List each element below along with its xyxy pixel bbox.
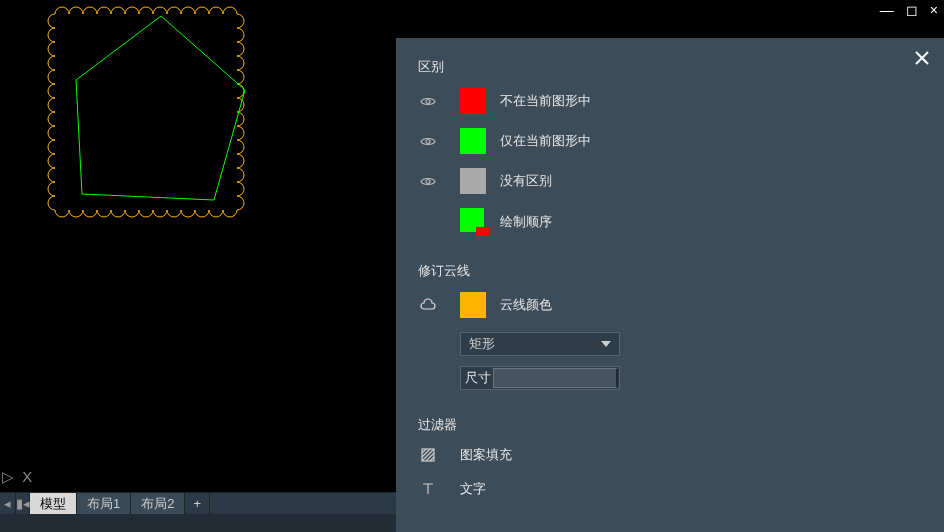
size-prefix-label: 尺寸	[461, 369, 493, 387]
layout-first-button[interactable]: ▮◂	[16, 493, 30, 515]
tab-model[interactable]: 模型	[30, 493, 77, 515]
maximize-button[interactable]: ◻	[902, 2, 922, 18]
hatch-icon	[418, 447, 438, 463]
eye-icon	[420, 176, 436, 187]
cloud-shape-dropdown[interactable]: 矩形	[460, 332, 620, 356]
label-no-difference: 没有区别	[500, 172, 552, 190]
label-only-in-current: 仅在当前图形中	[500, 132, 591, 150]
eye-icon	[420, 96, 436, 107]
status-bar	[0, 514, 396, 532]
svg-point-0	[426, 99, 430, 103]
color-swatch-only-in-current[interactable]	[460, 128, 486, 154]
tab-add-button[interactable]: +	[185, 493, 210, 515]
section-filter-title: 过滤器	[418, 416, 928, 434]
layout-prev-button[interactable]: ◂	[0, 493, 16, 515]
close-icon	[914, 50, 930, 66]
svg-point-1	[426, 139, 430, 143]
visibility-toggle-only-in-current[interactable]	[418, 131, 438, 151]
color-swatch-not-in-current[interactable]	[460, 88, 486, 114]
tab-layout1[interactable]: 布局1	[77, 493, 131, 515]
row-only-in-current: 仅在当前图形中	[418, 128, 928, 154]
window-controls: — ◻ ×	[876, 0, 944, 18]
size-value-field[interactable]	[493, 368, 618, 388]
section-cloud-title: 修订云线	[418, 262, 928, 280]
draw-order-swatch[interactable]	[460, 208, 490, 236]
label-cloud-color: 云线颜色	[500, 296, 552, 314]
row-cloud-color: 云线颜色	[418, 292, 928, 318]
ucs-icon: ▷ X	[2, 468, 34, 486]
color-swatch-no-difference[interactable]	[460, 168, 486, 194]
label-not-in-current: 不在当前图形中	[500, 92, 591, 110]
ucs-arrow-icon: ▷	[2, 468, 16, 486]
drawing-canvas[interactable]	[0, 0, 390, 480]
canvas-svg	[0, 0, 390, 480]
chevron-down-icon	[601, 341, 611, 347]
svg-point-2	[426, 179, 430, 183]
row-not-in-current: 不在当前图形中	[418, 88, 928, 114]
color-swatch-cloud[interactable]	[460, 292, 486, 318]
filter-hatch-row[interactable]: 图案填充	[418, 446, 928, 464]
cloud-size-input[interactable]: 尺寸	[460, 366, 620, 390]
tab-layout2[interactable]: 布局2	[131, 493, 185, 515]
text-icon	[418, 481, 438, 497]
panel-close-button[interactable]	[914, 50, 930, 66]
dropdown-value: 矩形	[469, 335, 495, 353]
filter-hatch-label: 图案填充	[460, 446, 512, 464]
label-draw-order: 绘制顺序	[500, 213, 552, 231]
row-no-difference: 没有区别	[418, 168, 928, 194]
filter-text-row[interactable]: 文字	[418, 480, 928, 498]
eye-icon	[420, 136, 436, 147]
row-cloud-size: 尺寸	[418, 366, 928, 390]
compare-panel: 区别 不在当前图形中 仅在当前图形中 没有区别 绘制顺序 修订云线 云线颜色	[396, 38, 944, 532]
section-difference-title: 区别	[418, 58, 928, 76]
visibility-toggle-no-difference[interactable]	[418, 171, 438, 191]
row-draw-order: 绘制顺序	[418, 208, 928, 236]
close-window-button[interactable]: ×	[926, 2, 942, 18]
row-cloud-shape: 矩形	[418, 332, 928, 356]
ucs-x-axis-label: X	[22, 468, 34, 485]
cloud-icon	[419, 298, 437, 312]
visibility-toggle-not-in-current[interactable]	[418, 91, 438, 111]
green-pentagon	[76, 16, 245, 200]
filter-text-label: 文字	[460, 480, 486, 498]
layout-tabs: ◂ ▮◂ 模型 布局1 布局2 +	[0, 492, 396, 514]
cloud-toggle[interactable]	[418, 295, 438, 315]
minimize-button[interactable]: —	[876, 2, 898, 18]
